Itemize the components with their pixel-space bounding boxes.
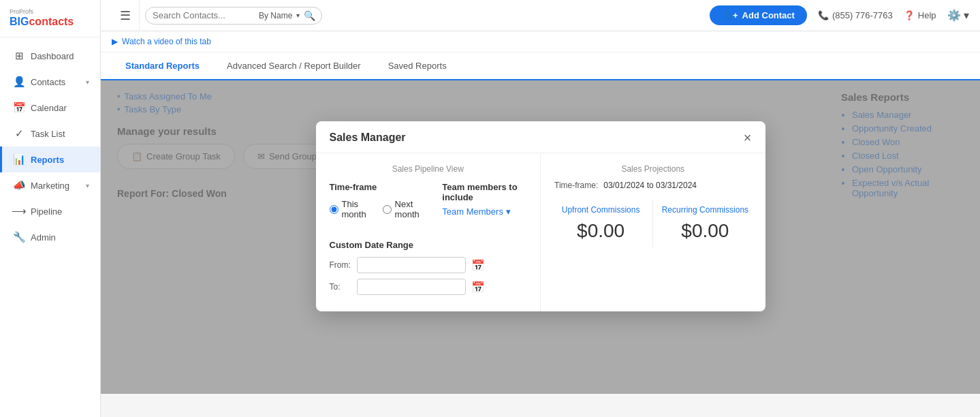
modal-left-panel: Sales Pipeline View Time-frame This mont… bbox=[316, 153, 541, 311]
header: ☰ By Name ▾ 🔍 👤+ Add Contact 📞 (855) 776… bbox=[101, 0, 980, 31]
play-icon: ▶ bbox=[112, 37, 118, 46]
sidebar-item-label: Contacts bbox=[31, 77, 65, 87]
sidebar-item-dashboard[interactable]: ⊞ Dashboard bbox=[0, 43, 100, 69]
sidebar-nav: ⊞ Dashboard 👤 Contacts ▾ 📅 Calendar ✓ Ta… bbox=[0, 37, 100, 256]
chevron-down-icon: ▾ bbox=[86, 78, 89, 86]
search-icon[interactable]: 🔍 bbox=[304, 10, 315, 21]
watch-video-bar[interactable]: ▶ Watch a video of this tab bbox=[101, 31, 980, 52]
radio-group: This month Next month bbox=[330, 199, 426, 219]
sidebar-item-label: Marketing bbox=[31, 181, 69, 191]
sidebar-item-contacts[interactable]: 👤 Contacts ▾ bbox=[0, 69, 100, 95]
modal-title: Sales Manager bbox=[330, 132, 406, 144]
calendar-from-icon[interactable]: 📅 bbox=[471, 259, 485, 272]
sidebar-item-label: Task List bbox=[31, 129, 65, 139]
help-link[interactable]: ❓ Help bbox=[904, 10, 936, 20]
add-contact-label: Add Contact bbox=[742, 10, 795, 20]
modal-left-section-label: Sales Pipeline View bbox=[330, 164, 527, 174]
tabs-bar: Standard Reports Advanced Search / Repor… bbox=[101, 52, 980, 80]
radio-next-month-input[interactable] bbox=[383, 205, 392, 214]
add-contact-icon: 👤+ bbox=[722, 10, 738, 20]
recurring-commission-amount: $0.00 bbox=[659, 220, 751, 242]
vertical-divider bbox=[652, 200, 653, 247]
chevron-down-icon: ▾ bbox=[86, 182, 89, 189]
sidebar-item-label: Pipeline bbox=[31, 206, 62, 217]
sidebar-item-label: Calendar bbox=[31, 103, 67, 113]
commissions-row: Upfront Commissions $0.00 Recurring Comm… bbox=[554, 200, 752, 247]
sidebar-item-label: Dashboard bbox=[31, 51, 74, 61]
add-contact-button[interactable]: 👤+ Add Contact bbox=[710, 5, 807, 25]
radio-next-month-label: Next month bbox=[395, 199, 426, 219]
team-members-label: Team members to include bbox=[442, 182, 526, 202]
reports-icon: 📊 bbox=[13, 153, 25, 166]
radio-next-month[interactable]: Next month bbox=[383, 199, 426, 219]
tab-standard-reports[interactable]: Standard Reports bbox=[112, 52, 213, 80]
to-date-row: To: 📅 bbox=[330, 279, 527, 295]
modal-timeframe-row: Time-frame: 03/01/2024 to 03/31/2024 bbox=[554, 181, 752, 190]
tasklist-icon: ✓ bbox=[13, 127, 25, 140]
contacts-icon: 👤 bbox=[13, 76, 25, 88]
calendar-icon: 📅 bbox=[13, 102, 25, 114]
calendar-to-icon[interactable]: 📅 bbox=[471, 281, 485, 294]
sidebar-item-label: Admin bbox=[31, 232, 56, 243]
watch-video-text: Watch a video of this tab bbox=[122, 37, 211, 46]
search-input[interactable] bbox=[153, 10, 255, 20]
timeframe-value: 03/01/2024 to 03/31/2024 bbox=[603, 181, 697, 190]
team-members-dropdown[interactable]: Team Members ▾ bbox=[442, 206, 526, 217]
search-by-label[interactable]: By Name bbox=[259, 11, 292, 20]
search-bar: By Name ▾ 🔍 bbox=[145, 7, 322, 25]
timeframe-label: Time-frame bbox=[330, 182, 426, 192]
logo-bigcontacts: BIGcontacts bbox=[10, 15, 74, 29]
help-label: Help bbox=[918, 10, 936, 20]
upfront-commission-label: Upfront Commissions bbox=[554, 205, 647, 216]
chevron-down-icon: ▾ bbox=[506, 206, 511, 217]
dashboard-icon: ⊞ bbox=[13, 50, 25, 62]
sidebar: ProProfs BIGcontacts ⊞ Dashboard 👤 Conta… bbox=[0, 0, 101, 417]
team-members-text: Team Members bbox=[442, 206, 503, 217]
chevron-down-icon: ▾ bbox=[296, 12, 300, 19]
modal-close-button[interactable]: × bbox=[744, 131, 752, 144]
recurring-commission-box: Recurring Commissions $0.00 bbox=[659, 200, 751, 247]
content: ▶ Watch a video of this tab Standard Rep… bbox=[101, 31, 980, 417]
to-label: To: bbox=[330, 282, 351, 292]
modal-right-section-label: Sales Projections bbox=[554, 164, 752, 174]
upfront-commission-box: Upfront Commissions $0.00 bbox=[554, 200, 647, 247]
header-right: 👤+ Add Contact 📞 (855) 776-7763 ❓ Help ⚙… bbox=[710, 5, 969, 25]
hamburger-menu[interactable]: ☰ bbox=[112, 0, 140, 31]
help-icon: ❓ bbox=[904, 10, 915, 20]
pipeline-icon: ⟶ bbox=[13, 205, 25, 217]
upfront-commission-amount: $0.00 bbox=[554, 220, 647, 242]
logo-proprofs: ProProfs bbox=[10, 8, 74, 15]
phone-number: (855) 776-7763 bbox=[832, 10, 893, 20]
settings-icon[interactable]: ⚙️ ▾ bbox=[947, 9, 969, 22]
sidebar-item-admin[interactable]: 🔧 Admin bbox=[0, 224, 100, 250]
modal-body: Sales Pipeline View Time-frame This mont… bbox=[316, 153, 765, 311]
tab-advanced-search[interactable]: Advanced Search / Report Builder bbox=[213, 52, 375, 80]
modal-header: Sales Manager × bbox=[316, 121, 765, 153]
main-area: ☰ By Name ▾ 🔍 👤+ Add Contact 📞 (855) 776… bbox=[101, 0, 980, 417]
from-date-input[interactable] bbox=[357, 257, 466, 273]
logo: ProProfs BIGcontacts bbox=[0, 0, 100, 37]
from-label: From: bbox=[330, 260, 351, 270]
custom-date-label: Custom Date Range bbox=[330, 240, 527, 250]
tab-saved-reports[interactable]: Saved Reports bbox=[375, 52, 460, 80]
from-date-row: From: 📅 bbox=[330, 257, 527, 273]
sidebar-item-label: Reports bbox=[31, 155, 64, 165]
sidebar-item-marketing[interactable]: 📣 Marketing ▾ bbox=[0, 172, 100, 198]
phone-icon: 📞 bbox=[818, 10, 829, 20]
marketing-icon: 📣 bbox=[13, 179, 25, 191]
radio-this-month-input[interactable] bbox=[330, 205, 338, 214]
timeframe-key: Time-frame: bbox=[554, 181, 598, 190]
radio-this-month-label: This month bbox=[342, 199, 372, 219]
sidebar-item-tasklist[interactable]: ✓ Task List bbox=[0, 121, 100, 146]
sales-manager-modal: Sales Manager × Sales Pipeline View Time… bbox=[316, 121, 765, 311]
radio-this-month[interactable]: This month bbox=[330, 199, 372, 219]
sidebar-item-pipeline[interactable]: ⟶ Pipeline bbox=[0, 198, 100, 224]
recurring-commission-label: Recurring Commissions bbox=[659, 205, 751, 216]
sidebar-item-calendar[interactable]: 📅 Calendar bbox=[0, 95, 100, 121]
phone-link[interactable]: 📞 (855) 776-7763 bbox=[818, 10, 893, 20]
modal-right-panel: Sales Projections Time-frame: 03/01/2024… bbox=[541, 153, 765, 311]
sidebar-item-reports[interactable]: 📊 Reports bbox=[0, 146, 100, 172]
modal-overlay: Sales Manager × Sales Pipeline View Time… bbox=[101, 80, 980, 394]
to-date-input[interactable] bbox=[357, 279, 466, 295]
admin-icon: 🔧 bbox=[13, 231, 25, 243]
